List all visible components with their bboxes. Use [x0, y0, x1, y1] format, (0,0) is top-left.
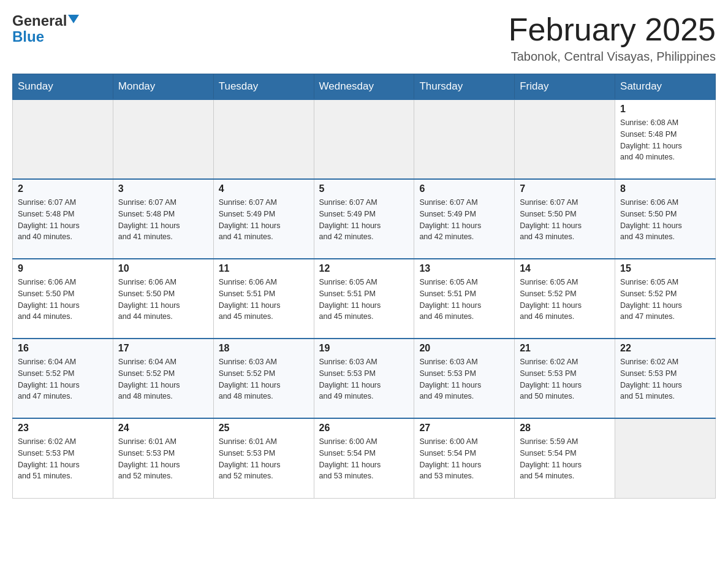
- calendar-cell: 22Sunrise: 6:02 AM Sunset: 5:53 PM Dayli…: [615, 339, 716, 418]
- calendar-cell: 24Sunrise: 6:01 AM Sunset: 5:53 PM Dayli…: [113, 418, 213, 498]
- calendar-cell: 13Sunrise: 6:05 AM Sunset: 5:51 PM Dayli…: [414, 259, 515, 339]
- calendar-cell: 12Sunrise: 6:05 AM Sunset: 5:51 PM Dayli…: [314, 259, 414, 339]
- calendar-cell: [414, 99, 515, 179]
- calendar-cell: 26Sunrise: 6:00 AM Sunset: 5:54 PM Dayli…: [314, 418, 414, 498]
- day-number: 13: [419, 263, 509, 274]
- day-info: Sunrise: 6:04 AM Sunset: 5:52 PM Dayligh…: [118, 356, 208, 402]
- calendar-cell: 23Sunrise: 6:02 AM Sunset: 5:53 PM Dayli…: [13, 418, 113, 498]
- calendar-cell: 18Sunrise: 6:03 AM Sunset: 5:52 PM Dayli…: [213, 339, 314, 418]
- day-number: 21: [520, 343, 610, 354]
- calendar-cell: 8Sunrise: 6:06 AM Sunset: 5:50 PM Daylig…: [615, 179, 716, 259]
- day-info: Sunrise: 6:03 AM Sunset: 5:53 PM Dayligh…: [419, 356, 509, 402]
- calendar-cell: 14Sunrise: 6:05 AM Sunset: 5:52 PM Dayli…: [515, 259, 615, 339]
- day-number: 27: [419, 423, 509, 434]
- calendar-cell: 25Sunrise: 6:01 AM Sunset: 5:53 PM Dayli…: [213, 418, 314, 498]
- calendar-cell: [515, 99, 615, 179]
- calendar-cell: 10Sunrise: 6:06 AM Sunset: 5:50 PM Dayli…: [113, 259, 213, 339]
- calendar-cell: [113, 99, 213, 179]
- day-number: 24: [118, 423, 208, 434]
- day-info: Sunrise: 6:02 AM Sunset: 5:53 PM Dayligh…: [620, 356, 710, 402]
- day-number: 6: [419, 183, 509, 194]
- day-number: 12: [319, 263, 409, 274]
- svg-marker-0: [68, 15, 79, 23]
- day-number: 19: [319, 343, 409, 354]
- calendar-cell: 19Sunrise: 6:03 AM Sunset: 5:53 PM Dayli…: [314, 339, 414, 418]
- day-info: Sunrise: 6:02 AM Sunset: 5:53 PM Dayligh…: [520, 356, 610, 402]
- day-info: Sunrise: 6:00 AM Sunset: 5:54 PM Dayligh…: [319, 436, 409, 482]
- calendar-cell: 17Sunrise: 6:04 AM Sunset: 5:52 PM Dayli…: [113, 339, 213, 418]
- calendar-cell: 4Sunrise: 6:07 AM Sunset: 5:49 PM Daylig…: [213, 179, 314, 259]
- day-number: 15: [620, 263, 710, 274]
- calendar-cell: [314, 99, 414, 179]
- day-info: Sunrise: 6:07 AM Sunset: 5:48 PM Dayligh…: [118, 197, 208, 243]
- calendar-cell: 11Sunrise: 6:06 AM Sunset: 5:51 PM Dayli…: [213, 259, 314, 339]
- title-block: February 2025 Tabonok, Central Visayas, …: [509, 12, 716, 64]
- day-number: 5: [319, 183, 409, 194]
- day-info: Sunrise: 6:07 AM Sunset: 5:48 PM Dayligh…: [18, 197, 108, 243]
- calendar-header-row: Sunday Monday Tuesday Wednesday Thursday…: [13, 74, 716, 100]
- day-info: Sunrise: 6:01 AM Sunset: 5:53 PM Dayligh…: [219, 436, 309, 482]
- calendar-cell: 20Sunrise: 6:03 AM Sunset: 5:53 PM Dayli…: [414, 339, 515, 418]
- day-info: Sunrise: 6:00 AM Sunset: 5:54 PM Dayligh…: [419, 436, 509, 482]
- calendar-cell: 6Sunrise: 6:07 AM Sunset: 5:49 PM Daylig…: [414, 179, 515, 259]
- day-number: 17: [118, 343, 208, 354]
- calendar-cell: 27Sunrise: 6:00 AM Sunset: 5:54 PM Dayli…: [414, 418, 515, 498]
- col-thursday: Thursday: [414, 74, 515, 100]
- week-row-4: 16Sunrise: 6:04 AM Sunset: 5:52 PM Dayli…: [13, 339, 716, 418]
- day-info: Sunrise: 6:05 AM Sunset: 5:51 PM Dayligh…: [319, 277, 409, 323]
- calendar-cell: 7Sunrise: 6:07 AM Sunset: 5:50 PM Daylig…: [515, 179, 615, 259]
- day-info: Sunrise: 6:06 AM Sunset: 5:51 PM Dayligh…: [219, 277, 309, 323]
- calendar-cell: [13, 99, 113, 179]
- week-row-5: 23Sunrise: 6:02 AM Sunset: 5:53 PM Dayli…: [13, 418, 716, 498]
- day-info: Sunrise: 6:03 AM Sunset: 5:52 PM Dayligh…: [219, 356, 309, 402]
- day-info: Sunrise: 6:05 AM Sunset: 5:52 PM Dayligh…: [520, 277, 610, 323]
- calendar-cell: 5Sunrise: 6:07 AM Sunset: 5:49 PM Daylig…: [314, 179, 414, 259]
- day-info: Sunrise: 6:08 AM Sunset: 5:48 PM Dayligh…: [620, 117, 710, 163]
- calendar-cell: 3Sunrise: 6:07 AM Sunset: 5:48 PM Daylig…: [113, 179, 213, 259]
- day-info: Sunrise: 6:07 AM Sunset: 5:50 PM Dayligh…: [520, 197, 610, 243]
- calendar-cell: 2Sunrise: 6:07 AM Sunset: 5:48 PM Daylig…: [13, 179, 113, 259]
- day-number: 18: [219, 343, 309, 354]
- day-number: 3: [118, 183, 208, 194]
- calendar-table: Sunday Monday Tuesday Wednesday Thursday…: [12, 74, 716, 499]
- day-number: 25: [219, 423, 309, 434]
- page-header: General Blue February 2025 Tabonok, Cent…: [12, 12, 716, 64]
- col-wednesday: Wednesday: [314, 74, 414, 100]
- calendar-cell: 28Sunrise: 5:59 AM Sunset: 5:54 PM Dayli…: [515, 418, 615, 498]
- day-number: 1: [620, 104, 710, 115]
- month-title: February 2025: [509, 12, 716, 47]
- logo-general-text: General: [12, 12, 67, 29]
- logo: General Blue: [12, 12, 79, 45]
- day-number: 14: [520, 263, 610, 274]
- day-number: 7: [520, 183, 610, 194]
- day-info: Sunrise: 6:05 AM Sunset: 5:51 PM Dayligh…: [419, 277, 509, 323]
- logo-blue-text: Blue: [12, 28, 44, 45]
- day-info: Sunrise: 6:07 AM Sunset: 5:49 PM Dayligh…: [319, 197, 409, 243]
- calendar-cell: 9Sunrise: 6:06 AM Sunset: 5:50 PM Daylig…: [13, 259, 113, 339]
- day-number: 11: [219, 263, 309, 274]
- day-number: 26: [319, 423, 409, 434]
- day-info: Sunrise: 6:07 AM Sunset: 5:49 PM Dayligh…: [219, 197, 309, 243]
- calendar-cell: 21Sunrise: 6:02 AM Sunset: 5:53 PM Dayli…: [515, 339, 615, 418]
- calendar-cell: [615, 418, 716, 498]
- week-row-3: 9Sunrise: 6:06 AM Sunset: 5:50 PM Daylig…: [13, 259, 716, 339]
- day-info: Sunrise: 6:06 AM Sunset: 5:50 PM Dayligh…: [118, 277, 208, 323]
- week-row-1: 1Sunrise: 6:08 AM Sunset: 5:48 PM Daylig…: [13, 99, 716, 179]
- day-info: Sunrise: 6:07 AM Sunset: 5:49 PM Dayligh…: [419, 197, 509, 243]
- day-info: Sunrise: 5:59 AM Sunset: 5:54 PM Dayligh…: [520, 436, 610, 482]
- day-info: Sunrise: 6:05 AM Sunset: 5:52 PM Dayligh…: [620, 277, 710, 323]
- col-monday: Monday: [113, 74, 213, 100]
- calendar-cell: 16Sunrise: 6:04 AM Sunset: 5:52 PM Dayli…: [13, 339, 113, 418]
- col-tuesday: Tuesday: [213, 74, 314, 100]
- day-info: Sunrise: 6:01 AM Sunset: 5:53 PM Dayligh…: [118, 436, 208, 482]
- day-number: 2: [18, 183, 108, 194]
- day-info: Sunrise: 6:03 AM Sunset: 5:53 PM Dayligh…: [319, 356, 409, 402]
- day-number: 28: [520, 423, 610, 434]
- day-info: Sunrise: 6:06 AM Sunset: 5:50 PM Dayligh…: [620, 197, 710, 243]
- location-title: Tabonok, Central Visayas, Philippines: [509, 50, 716, 64]
- day-info: Sunrise: 6:04 AM Sunset: 5:52 PM Dayligh…: [18, 356, 108, 402]
- day-number: 16: [18, 343, 108, 354]
- day-number: 10: [118, 263, 208, 274]
- col-saturday: Saturday: [615, 74, 716, 100]
- day-number: 9: [18, 263, 108, 274]
